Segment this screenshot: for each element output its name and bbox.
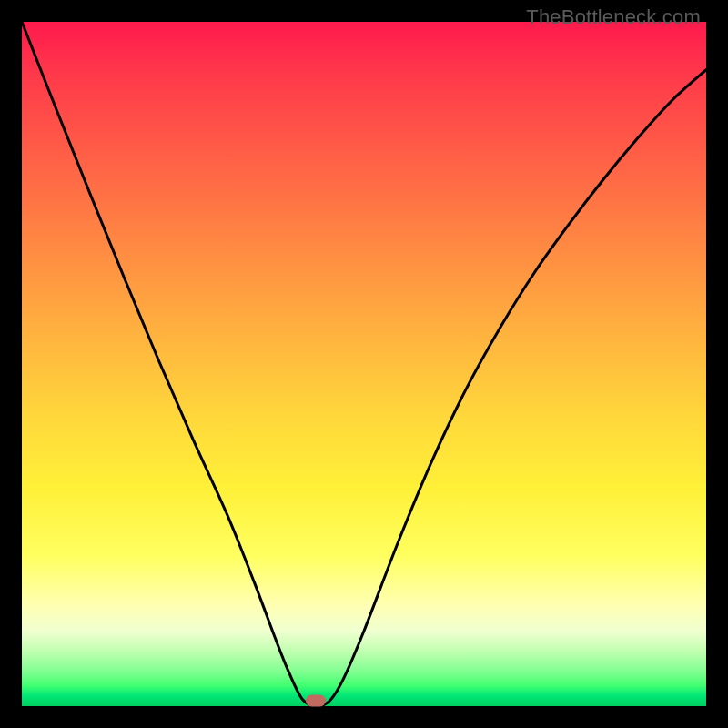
chart-frame [22,22,706,706]
chart-gradient-background [22,22,706,706]
watermark-text: TheBottleneck.com [526,5,701,29]
marker-dot [306,695,326,707]
